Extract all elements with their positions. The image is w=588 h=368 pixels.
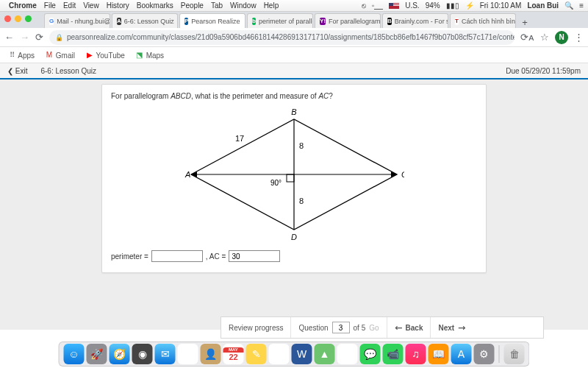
input-locale[interactable]: U.S. — [405, 1, 419, 10]
dock-app-notes[interactable]: ✎ — [246, 344, 267, 364]
spotlight-icon[interactable]: 🔍 — [564, 1, 573, 10]
new-tab-button[interactable]: + — [517, 17, 532, 28]
chrome-menu[interactable]: Chrome — [9, 1, 37, 10]
back-button[interactable]: ← — [4, 32, 14, 43]
menu-window[interactable]: Window — [230, 1, 257, 10]
dock-app-chrome[interactable]: ⬤ — [178, 344, 198, 364]
menu-tab[interactable]: Tab — [211, 1, 223, 10]
input-locale-icon[interactable] — [389, 3, 399, 9]
browser-tab[interactable]: Y!For parallelogram AB× — [315, 13, 381, 28]
menu-bookmarks[interactable]: Bookmarks — [137, 1, 173, 10]
zoom-window-button[interactable] — [25, 15, 32, 22]
menu-history[interactable]: History — [107, 1, 129, 10]
dock-app-appstore[interactable]: A — [451, 344, 472, 364]
review-progress-button[interactable]: Review progress — [221, 317, 291, 338]
browser-tab[interactable]: A6-6: Lesson Quiz× — [112, 13, 178, 28]
dock-app-facetime[interactable]: 📹 — [383, 344, 404, 364]
svg-rect-3 — [287, 174, 294, 182]
browser-tab[interactable]: bperimeter of parallelo× — [247, 13, 313, 28]
next-question-button[interactable]: Next 🡒 — [431, 317, 473, 338]
dock-app-reminders[interactable]: ☑ — [269, 344, 290, 364]
minimize-window-button[interactable] — [15, 15, 21, 22]
dock-app-finder[interactable]: ☺ — [64, 344, 85, 364]
tab-title: Brainly.com - For stu — [395, 18, 448, 25]
question-text: For parallelogram ABCD, what is the peri… — [111, 92, 477, 100]
browser-toolbar: ← → ⟳ 🔒 pearsonrealize.com/community/cla… — [0, 28, 588, 47]
bookmark-star-icon[interactable]: ☆ — [540, 32, 549, 43]
bookmark-maps[interactable]: ⬔ Maps — [135, 51, 164, 60]
tab-favicon: b — [252, 18, 256, 25]
perimeter-input[interactable] — [151, 250, 203, 262]
tab-favicon: P — [184, 18, 188, 25]
browser-tab[interactable]: TCách tích hình bình h× — [450, 13, 516, 28]
back-question-button[interactable]: 🡐 Back — [387, 317, 431, 338]
forward-button[interactable]: → — [20, 32, 29, 43]
vertex-c-label: C — [401, 170, 404, 179]
menu-file[interactable]: File — [44, 1, 56, 10]
side-ab-length: 17 — [235, 134, 244, 143]
dock-app-messages[interactable]: 💬 — [360, 344, 381, 364]
tab-title: perimeter of parallelo — [259, 18, 313, 25]
dock-separator — [499, 345, 500, 363]
translate-icon[interactable]: ⟳ᴀ — [520, 32, 534, 43]
dock-app-mail[interactable]: ✉ — [155, 344, 176, 364]
vertex-d-label: D — [291, 233, 297, 241]
dock-app-ibooks[interactable]: 📖 — [429, 344, 449, 364]
browser-tab[interactable]: BBrainly.com - For stu× — [382, 13, 448, 28]
browser-tab-strip: GMail - nhung.bui@m×A6-6: Lesson Quiz×PP… — [0, 12, 588, 28]
menu-help[interactable]: Help — [264, 1, 279, 10]
dock-app-calendar[interactable]: MAY22 — [223, 344, 244, 364]
quiz-nav-bar: Review progress Question of 5 Go 🡐 Back … — [220, 316, 544, 339]
close-window-button[interactable] — [4, 15, 11, 22]
wifi-icon[interactable]: ◦⎯⎯ — [372, 1, 384, 10]
dock-app-photos[interactable]: ✿ — [337, 344, 358, 364]
charging-icon: ⚡ — [465, 1, 474, 10]
trash-icon[interactable]: 🗑 — [504, 344, 525, 364]
dock-app-dashboard[interactable]: ◉ — [132, 344, 153, 364]
profile-avatar[interactable]: N — [555, 31, 568, 44]
youtube-icon: ▶ — [85, 51, 94, 60]
dock-app-word[interactable]: W — [292, 344, 312, 364]
ac-label: , AC = — [206, 252, 226, 261]
tab-title: For parallelogram AB — [329, 18, 381, 25]
go-button[interactable]: Go — [369, 324, 379, 332]
menu-view[interactable]: View — [83, 1, 99, 10]
question-number-input[interactable] — [332, 322, 350, 333]
dock-app-safari[interactable]: 🧭 — [110, 344, 130, 364]
bluetooth-icon[interactable]: ⎋ — [362, 1, 366, 10]
menu-edit[interactable]: Edit — [63, 1, 76, 10]
dock-app-contacts[interactable]: 👤 — [201, 344, 221, 364]
bookmarks-bar: ⠿ Apps M Gmail ▶ YouTube ⬔ Maps — [0, 47, 588, 63]
browser-tab[interactable]: GMail - nhung.bui@m× — [44, 13, 110, 28]
bookmark-apps[interactable]: ⠿ Apps — [7, 51, 35, 60]
bookmark-gmail[interactable]: M Gmail — [45, 51, 75, 60]
diag-top-half: 8 — [299, 141, 304, 150]
browser-tab[interactable]: PPearson Realize× — [179, 13, 245, 28]
gmail-icon: M — [45, 51, 54, 60]
exit-button[interactable]: ❮ Exit — [7, 67, 27, 75]
diag-bot-half: 8 — [299, 197, 304, 205]
question-card: For parallelogram ABCD, what is the peri… — [101, 84, 487, 273]
window-controls — [4, 15, 32, 22]
apps-icon: ⠿ — [7, 51, 16, 60]
bookmark-youtube[interactable]: ▶ YouTube — [85, 51, 125, 60]
chrome-menu-icon[interactable]: ⋮ — [574, 32, 584, 43]
dock-app-maps[interactable]: ▲ — [315, 344, 335, 364]
notification-center-icon[interactable]: ≡ — [579, 1, 584, 10]
tab-favicon: B — [387, 18, 392, 25]
user-name[interactable]: Loan Bui — [527, 1, 559, 10]
dock-app-prefs[interactable]: ⚙ — [474, 344, 495, 364]
tab-favicon: Y! — [320, 18, 326, 25]
dock-app-itunes[interactable]: ♫ — [406, 344, 426, 364]
reload-button[interactable]: ⟳ — [35, 32, 43, 43]
dock-app-launchpad[interactable]: 🚀 — [87, 344, 107, 364]
tab-title: Mail - nhung.bui@m — [57, 18, 110, 25]
vertex-b-label: B — [291, 107, 296, 116]
ac-input[interactable] — [229, 250, 280, 262]
lock-icon: 🔒 — [55, 34, 63, 41]
clock[interactable]: Fri 10:10 AM — [480, 1, 522, 10]
battery-percent: 94% — [426, 1, 440, 10]
address-bar[interactable]: 🔒 pearsonrealize.com/community/classes/2… — [49, 30, 514, 45]
tab-close-icon[interactable]: × — [244, 18, 245, 25]
menu-people[interactable]: People — [181, 1, 204, 10]
